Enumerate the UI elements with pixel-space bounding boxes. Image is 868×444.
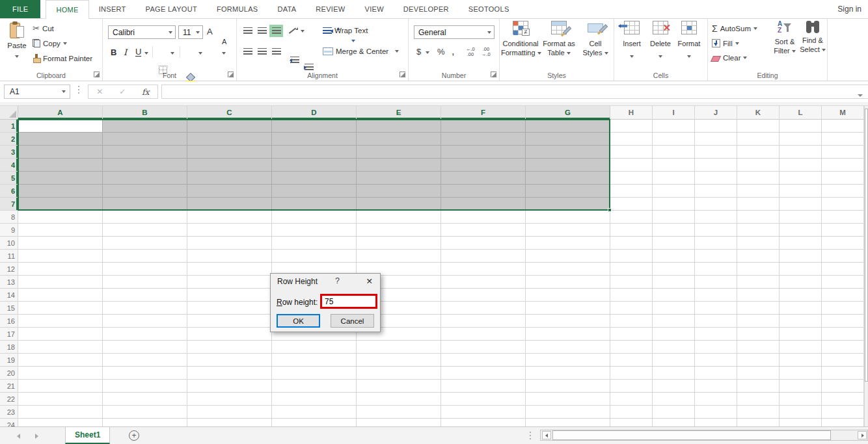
new-sheet-button[interactable]: +: [129, 430, 139, 441]
grid-cell-G2[interactable]: [526, 133, 610, 146]
grid-cell-E6[interactable]: [357, 185, 441, 198]
grid-cell-L10[interactable]: [780, 237, 822, 250]
grid-cell-C22[interactable]: [187, 393, 272, 406]
grid-cell-E1[interactable]: [357, 120, 441, 133]
bottom-align-button[interactable]: [269, 25, 283, 37]
tab-file[interactable]: FILE: [0, 0, 40, 18]
grid-cell-A12[interactable]: [18, 263, 103, 276]
grid-cell-K16[interactable]: [737, 315, 780, 328]
grid-cell-E3[interactable]: [357, 146, 441, 159]
row-header-18[interactable]: 18: [0, 341, 18, 354]
column-header-G[interactable]: G: [526, 106, 610, 120]
grid-cell-F6[interactable]: [441, 185, 526, 198]
number-format-combobox[interactable]: General: [414, 25, 495, 39]
name-box-dropdown-arrow[interactable]: [58, 90, 70, 93]
grid-cell-B9[interactable]: [103, 224, 187, 237]
column-header-C[interactable]: C: [187, 106, 272, 120]
grid-cell-B13[interactable]: [103, 276, 187, 289]
column-header-A[interactable]: A: [18, 106, 103, 120]
fill-button[interactable]: Fill: [712, 39, 739, 47]
grid-cell-C23[interactable]: [187, 406, 272, 419]
grid-cell-A14[interactable]: [18, 289, 103, 302]
grid-cell-I9[interactable]: [653, 224, 695, 237]
grid-cell-F7[interactable]: [441, 198, 526, 211]
grid-cell-I8[interactable]: [653, 211, 695, 224]
grid-cell-L11[interactable]: [780, 250, 822, 263]
grid-cell-J1[interactable]: [695, 120, 737, 133]
grid-cell-D2[interactable]: [272, 133, 357, 146]
grid-cell-I15[interactable]: [653, 302, 695, 315]
grid-cell-M20[interactable]: [822, 367, 864, 380]
column-header-I[interactable]: I: [653, 106, 695, 120]
tab-page-layout[interactable]: PAGE LAYOUT: [136, 0, 207, 18]
row-header-17[interactable]: 17: [0, 328, 18, 341]
row-header-1[interactable]: 1: [0, 120, 18, 133]
grid-cell-J11[interactable]: [695, 250, 737, 263]
grid-cell-E4[interactable]: [357, 159, 441, 172]
grid-cell-G6[interactable]: [526, 185, 610, 198]
grid-cell-I19[interactable]: [653, 354, 695, 367]
grid-cell-F2[interactable]: [441, 133, 526, 146]
grid-cell-G17[interactable]: [526, 328, 610, 341]
grid-cell-E24[interactable]: [357, 419, 441, 426]
grid-cell-F10[interactable]: [441, 237, 526, 250]
currency-dropdown-arrow[interactable]: [426, 51, 429, 54]
grid-cell-A2[interactable]: [18, 133, 103, 146]
italic-button[interactable]: I: [124, 47, 127, 57]
grid-cell-J10[interactable]: [695, 237, 737, 250]
horizontal-scrollbar[interactable]: [540, 430, 868, 441]
grid-cell-H1[interactable]: [610, 120, 653, 133]
wrap-text-button[interactable]: Wrap Text: [323, 27, 368, 34]
grid-cell-I4[interactable]: [653, 159, 695, 172]
grid-cell-C3[interactable]: [187, 146, 272, 159]
cell-styles-button[interactable]: Cell Styles: [578, 21, 613, 57]
close-icon[interactable]: ✕: [366, 276, 373, 286]
font-family-combobox[interactable]: Calibri: [108, 25, 176, 39]
name-box-splitter[interactable]: [78, 86, 79, 87]
grid-cell-C11[interactable]: [187, 250, 272, 263]
grid-cell-F11[interactable]: [441, 250, 526, 263]
grid-cell-F14[interactable]: [441, 289, 526, 302]
grid-cell-I2[interactable]: [653, 133, 695, 146]
grid-cell-D7[interactable]: [272, 198, 357, 211]
grid-cell-K6[interactable]: [737, 185, 780, 198]
fill-color-dropdown-arrow[interactable]: [198, 52, 202, 55]
grid-cell-I16[interactable]: [653, 315, 695, 328]
orientation-dropdown-arrow[interactable]: [301, 30, 305, 33]
tab-formulas[interactable]: FORMULAS: [207, 0, 268, 18]
sheet-tab-sheet1[interactable]: Sheet1: [65, 427, 110, 444]
row-header-4[interactable]: 4: [0, 159, 18, 172]
grid-cell-H8[interactable]: [610, 211, 653, 224]
grid-cell-G12[interactable]: [526, 263, 610, 276]
grid-cell-J6[interactable]: [695, 185, 737, 198]
sign-in-link[interactable]: Sign in: [837, 0, 861, 19]
grid-cell-G20[interactable]: [526, 367, 610, 380]
column-header-D[interactable]: D: [272, 106, 357, 120]
grid-cell-A21[interactable]: [18, 380, 103, 393]
grid-cell-K1[interactable]: [737, 120, 780, 133]
grid-cell-K24[interactable]: [737, 419, 780, 426]
vertical-scrollbar[interactable]: [864, 106, 868, 426]
horizontal-scrollbar-thumb[interactable]: [552, 430, 831, 440]
grid-cell-F23[interactable]: [441, 406, 526, 419]
grid-cell-J15[interactable]: [695, 302, 737, 315]
row-header-7[interactable]: 7: [0, 198, 18, 211]
grid-cell-F9[interactable]: [441, 224, 526, 237]
middle-align-button[interactable]: [255, 25, 269, 37]
merge-center-button[interactable]: Merge & Center: [323, 47, 399, 55]
grid-cell-D20[interactable]: [272, 367, 357, 380]
grid-cell-F24[interactable]: [441, 419, 526, 426]
grid-cell-L2[interactable]: [780, 133, 822, 146]
increase-decimal-button[interactable]: ←.0.00: [466, 47, 475, 57]
grid-cell-G15[interactable]: [526, 302, 610, 315]
grid-cell-L13[interactable]: [780, 276, 822, 289]
underline-button[interactable]: U: [135, 47, 141, 57]
grid-cell-M17[interactable]: [822, 328, 864, 341]
grid-cell-J19[interactable]: [695, 354, 737, 367]
grid-cell-D5[interactable]: [272, 172, 357, 185]
grid-cell-B3[interactable]: [103, 146, 187, 159]
row-header-14[interactable]: 14: [0, 289, 18, 302]
conditional-formatting-button[interactable]: ≠ Conditional Formatting: [501, 21, 540, 57]
grid-cell-I24[interactable]: [653, 419, 695, 426]
grid-cell-C2[interactable]: [187, 133, 272, 146]
